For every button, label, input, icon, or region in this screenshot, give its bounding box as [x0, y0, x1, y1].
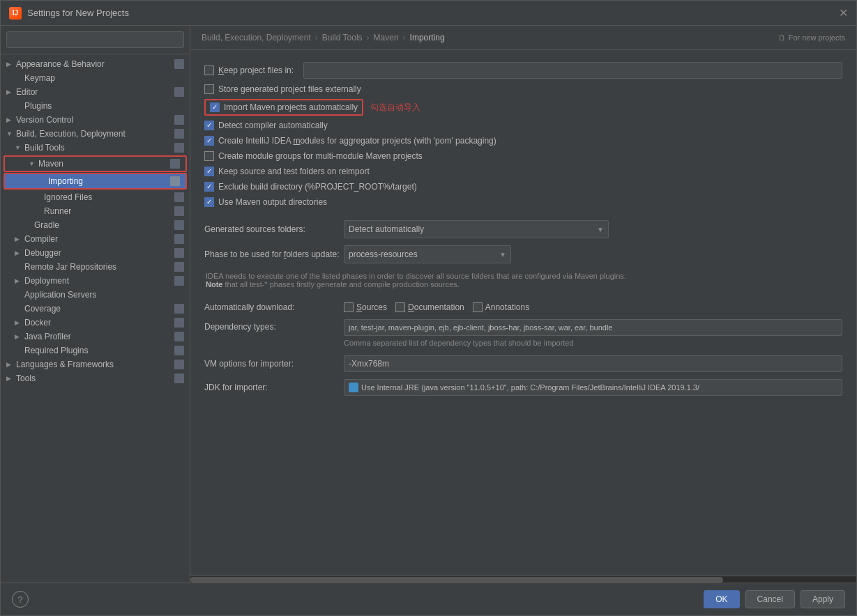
page-icon: [174, 115, 184, 125]
jdk-input[interactable]: Use Internal JRE (java version "11.0.5+1…: [344, 379, 842, 396]
sidebar-item-coverage[interactable]: Coverage: [1, 302, 190, 316]
sidebar-item-languages[interactable]: ▶ Languages & Frameworks: [1, 357, 190, 371]
ok-button[interactable]: OK: [704, 590, 739, 608]
apply-button[interactable]: Apply: [801, 590, 845, 608]
phase-row: Phase to be used for folders update: pro…: [204, 245, 842, 263]
page-icon: [174, 374, 184, 383]
sidebar-item-importing[interactable]: Importing: [3, 173, 187, 190]
help-button[interactable]: ?: [12, 591, 29, 608]
sidebar-item-version-control[interactable]: ▶ Version Control: [1, 113, 190, 127]
arrow-icon: ▶: [15, 333, 24, 340]
page-icon: [174, 346, 184, 355]
page-icon: [174, 304, 184, 314]
sources-label: Sources: [356, 302, 387, 312]
sidebar-item-remote-jar[interactable]: Remote Jar Repositories: [1, 260, 190, 274]
sidebar-item-ignored-files[interactable]: Ignored Files: [1, 190, 190, 204]
jdk-icon: [349, 383, 358, 392]
import-maven-label: Import Maven projects automatically: [224, 102, 358, 112]
sidebar-item-deployment[interactable]: ▶ Deployment: [1, 274, 190, 288]
import-maven-checkbox[interactable]: [210, 102, 220, 112]
sidebar-item-plugins[interactable]: Plugins: [1, 99, 190, 113]
vm-options-row: VM options for importer:: [204, 355, 842, 372]
documentation-option: Documentation: [395, 302, 464, 312]
documentation-checkbox[interactable]: [395, 302, 405, 312]
vm-options-label: VM options for importer:: [204, 359, 344, 369]
arrow-icon: ▶: [6, 61, 16, 68]
arrow-icon: ▶: [6, 116, 16, 123]
page-icon: [174, 129, 184, 139]
breadcrumb-build-exec: Build, Execution, Deployment: [202, 33, 311, 43]
exclude-build-checkbox[interactable]: [204, 182, 214, 192]
sidebar-item-app-servers[interactable]: Application Servers: [1, 288, 190, 302]
annotations-label: Annotations: [485, 302, 529, 312]
keep-source-row: Keep source and test folders on reimport: [204, 166, 842, 177]
sidebar-item-compiler[interactable]: ▶ Compiler: [1, 232, 190, 246]
sidebar-item-required-plugins[interactable]: Required Plugins: [1, 344, 190, 357]
page-icon: [174, 220, 184, 230]
store-generated-checkbox[interactable]: [204, 84, 214, 94]
keep-project-files-row: Keep project files in:: [204, 61, 842, 79]
arrow-icon: ▶: [6, 361, 16, 368]
import-maven-annotation: 勾选自动导入: [370, 102, 420, 114]
page-icon: [174, 59, 184, 69]
page-icon: [170, 159, 180, 169]
keep-source-checkbox[interactable]: [204, 167, 214, 176]
use-maven-output-checkbox[interactable]: [204, 197, 214, 207]
detect-compiler-label: Detect compiler automatically: [218, 121, 328, 130]
page-icon: [174, 206, 184, 216]
sidebar-item-runner[interactable]: Runner: [1, 204, 190, 218]
sidebar-item-debugger[interactable]: ▶ Debugger: [1, 246, 190, 260]
use-maven-output-row: Use Maven output directories: [204, 197, 842, 208]
import-maven-highlighted-box: Import Maven projects automatically: [204, 99, 363, 116]
detect-compiler-checkbox[interactable]: [204, 121, 214, 130]
window-title: Settings for New Projects: [27, 8, 129, 18]
store-generated-label: Store generated project files externally: [218, 84, 361, 94]
dependency-types-input[interactable]: [344, 319, 842, 336]
auto-download-label: Automatically download:: [204, 302, 344, 312]
phase-dropdown[interactable]: process-resources ▼: [344, 245, 511, 263]
search-input[interactable]: [6, 31, 184, 48]
arrow-icon: ▼: [15, 144, 24, 151]
keep-project-input[interactable]: [303, 62, 842, 79]
sources-checkbox[interactable]: [344, 302, 354, 312]
page-icon: [174, 276, 184, 286]
cancel-button[interactable]: Cancel: [745, 590, 795, 608]
keep-project-files-checkbox[interactable]: [204, 66, 214, 75]
chevron-down-icon: ▼: [499, 251, 506, 259]
sidebar-item-gradle[interactable]: Gradle: [1, 218, 190, 232]
keep-project-label: Keep project files in:: [218, 66, 294, 75]
generated-sources-dropdown[interactable]: Detect automatically ▼: [344, 220, 609, 238]
breadcrumb: Build, Execution, Deployment › Build Too…: [190, 26, 856, 50]
dependency-types-hint: Comma separated list of dependency types…: [344, 339, 842, 347]
dependency-types-row: Dependency types:: [204, 319, 842, 336]
annotations-option: Annotations: [473, 302, 529, 312]
annotations-checkbox[interactable]: [473, 302, 483, 312]
sidebar-item-build-tools[interactable]: ▼ Build Tools: [1, 141, 190, 155]
sidebar-item-keymap[interactable]: Keymap: [1, 71, 190, 85]
auto-download-row: Automatically download: Sources Document…: [204, 302, 842, 312]
sidebar-item-java-profiler[interactable]: ▶ Java Profiler: [1, 330, 190, 344]
hint-block: IDEA needs to execute one of the listed …: [204, 268, 842, 293]
jdk-row: JDK for importer: Use Internal JRE (java…: [204, 379, 842, 396]
horizontal-scrollbar[interactable]: [190, 576, 856, 583]
sidebar-item-tools[interactable]: ▶ Tools: [1, 371, 190, 385]
page-icon: [174, 87, 184, 97]
sidebar-item-appearance[interactable]: ▶ Appearance & Behavior: [1, 57, 190, 71]
page-icon: [174, 143, 184, 153]
chevron-down-icon: ▼: [597, 226, 604, 233]
page-icon: [174, 234, 184, 244]
main-panel: Build, Execution, Deployment › Build Too…: [190, 26, 856, 583]
close-button[interactable]: ✕: [839, 8, 848, 19]
sources-option: Sources: [344, 302, 387, 312]
create-modules-checkbox[interactable]: [204, 136, 214, 146]
breadcrumb-importing: Importing: [410, 33, 445, 43]
sidebar-item-build-exec[interactable]: ▼ Build, Execution, Deployment: [1, 127, 190, 141]
sidebar-item-maven[interactable]: ▼ Maven: [3, 155, 187, 172]
sidebar-item-docker[interactable]: ▶ Docker: [1, 316, 190, 330]
sidebar-item-editor[interactable]: ▶ Editor: [1, 85, 190, 99]
create-module-groups-checkbox[interactable]: [204, 151, 214, 161]
use-maven-output-label: Use Maven output directories: [218, 197, 327, 207]
title-bar: IJ Settings for New Projects ✕: [1, 1, 856, 26]
vm-options-input[interactable]: [344, 355, 842, 372]
arrow-icon: ▶: [15, 236, 24, 242]
